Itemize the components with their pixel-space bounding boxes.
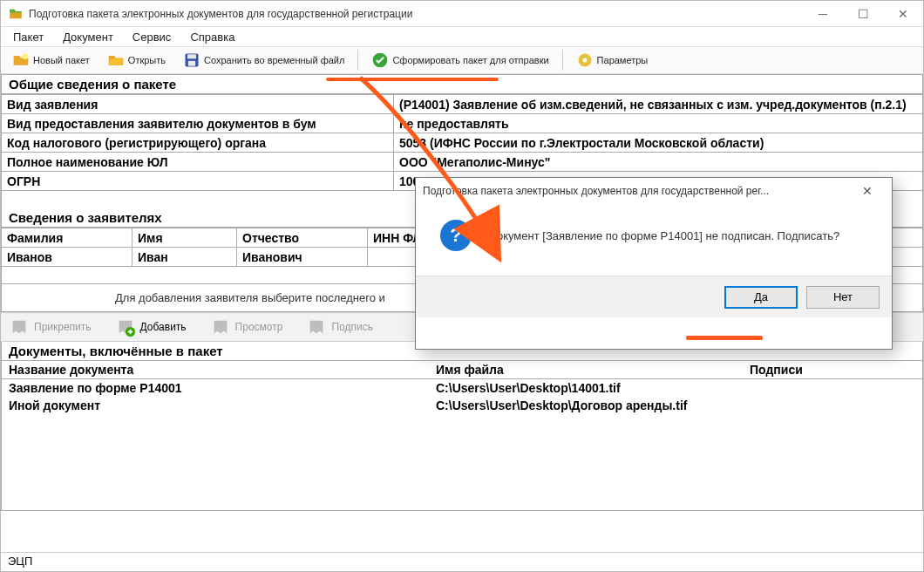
new-package-label: Новый пакет: [33, 55, 90, 65]
save-icon: [183, 51, 200, 69]
open-button[interactable]: Открыть: [101, 49, 172, 72]
doc-row[interactable]: Иной документ C:\Users\User\Desktop\Дого…: [2, 397, 922, 414]
col-filename: Имя файла: [429, 361, 743, 379]
col-patronymic: Отчество: [237, 228, 368, 248]
prop-label: Вид предоставления заявителю документов …: [2, 114, 394, 133]
prop-label: Код налогового (регистрирующего) органа: [2, 133, 394, 153]
dialog-no-button[interactable]: Нет: [806, 286, 880, 309]
app-icon: [8, 6, 24, 22]
form-package-label: Сформировать пакет для отправки: [392, 55, 548, 65]
prop-label: Вид заявления: [2, 95, 394, 114]
sign-button[interactable]: Подпись: [307, 317, 373, 337]
app-window: Подготовка пакета электронных документов…: [0, 0, 924, 572]
col-firstname: Имя: [132, 228, 237, 248]
status-text: ЭЦП: [8, 555, 32, 568]
window-title: Подготовка пакета электронных документов…: [29, 8, 803, 20]
menu-package[interactable]: Пакет: [4, 29, 52, 45]
annotation-highlight: [686, 336, 763, 340]
menubar: Пакет Документ Сервис Справка: [1, 27, 923, 46]
maximize-button[interactable]: ☐: [843, 1, 883, 27]
svg-rect-2: [187, 54, 196, 58]
col-signatures: Подписи: [743, 361, 922, 379]
doc-name: Иной документ: [2, 397, 429, 414]
open-label: Открыть: [128, 55, 166, 65]
doc-file: C:\Users\User\Desktop\14001.tif: [429, 379, 743, 398]
folder-new-icon: [12, 51, 30, 69]
save-temp-button[interactable]: Сохранить во временный файл: [177, 49, 350, 72]
prop-value[interactable]: ООО "Мегаполис-Минус": [394, 153, 923, 172]
new-package-button[interactable]: Новый пакет: [6, 49, 96, 72]
dialog-close-button[interactable]: ✕: [850, 184, 885, 198]
confirm-dialog: Подготовка пакета электронных документов…: [415, 177, 893, 350]
doc-name: Заявление по форме Р14001: [2, 379, 429, 398]
doc-row[interactable]: Заявление по форме Р14001 C:\Users\User\…: [2, 379, 922, 398]
menu-help[interactable]: Справка: [181, 29, 243, 45]
svg-rect-3: [188, 61, 195, 66]
prop-label: ОГРН: [2, 172, 394, 191]
check-round-icon: [371, 51, 389, 69]
attach-button[interactable]: Прикрепить: [10, 317, 92, 337]
view-label: Просмотр: [235, 321, 283, 333]
form-package-button[interactable]: Сформировать пакет для отправки: [365, 49, 554, 72]
dialog-footer: Да Нет: [416, 276, 892, 317]
toolbar-separator: [357, 50, 358, 71]
titlebar: Подготовка пакета электронных документов…: [1, 1, 923, 27]
documents-list: Название документа Имя файла Подписи Зая…: [1, 361, 923, 511]
dialog-titlebar: Подготовка пакета электронных документов…: [416, 178, 892, 204]
attach-icon: [10, 317, 29, 337]
toolbar: Новый пакет Открыть Сохранить во временн…: [1, 46, 923, 74]
dialog-body: ? Документ [Заявление по форме Р14001] н…: [416, 204, 892, 276]
applicant-lastname[interactable]: Иванов: [2, 248, 132, 267]
sign-icon: [307, 317, 326, 337]
attach-label: Прикрепить: [34, 321, 92, 333]
applicant-patronymic[interactable]: Иванович: [237, 248, 368, 267]
view-icon: [211, 317, 230, 337]
add-label: Добавить: [140, 321, 187, 333]
dialog-message: Документ [Заявление по форме Р14001] не …: [489, 229, 839, 242]
doc-sigs: [743, 397, 922, 414]
svg-point-0: [23, 54, 29, 60]
statusbar: ЭЦП: [1, 552, 923, 571]
doc-sigs: [743, 379, 922, 398]
sign-label: Подпись: [331, 321, 373, 333]
view-button[interactable]: Просмотр: [211, 317, 283, 337]
folder-open-icon: [107, 51, 125, 69]
add-button[interactable]: Добавить: [116, 317, 187, 337]
close-button[interactable]: ✕: [883, 1, 923, 27]
menu-service[interactable]: Сервис: [124, 29, 180, 45]
add-icon: [116, 317, 135, 337]
params-button[interactable]: Параметры: [570, 49, 655, 72]
svg-point-6: [582, 58, 587, 63]
save-temp-label: Сохранить во временный файл: [204, 55, 344, 65]
dialog-title: Подготовка пакета электронных документов…: [423, 185, 769, 197]
prop-value[interactable]: не предоставлять: [394, 114, 923, 133]
annotation-highlight: [326, 78, 499, 81]
prop-label: Полное наименование ЮЛ: [2, 153, 394, 172]
minimize-button[interactable]: ─: [803, 1, 843, 27]
gear-icon: [576, 51, 594, 69]
prop-value[interactable]: (Р14001) Заявление об изм.сведений, не с…: [394, 95, 923, 114]
applicant-firstname[interactable]: Иван: [132, 248, 237, 267]
menu-document[interactable]: Документ: [54, 29, 122, 45]
col-docname: Название документа: [2, 361, 429, 379]
doc-file: C:\Users\User\Desktop\Договор аренды.tif: [429, 397, 743, 414]
question-icon: ?: [440, 220, 472, 251]
col-lastname: Фамилия: [2, 228, 132, 248]
prop-value[interactable]: 5053 (ИФНС России по г.Электростали Моск…: [394, 133, 923, 153]
toolbar-separator: [562, 50, 563, 71]
params-label: Параметры: [597, 55, 649, 65]
dialog-yes-button[interactable]: Да: [724, 286, 798, 309]
